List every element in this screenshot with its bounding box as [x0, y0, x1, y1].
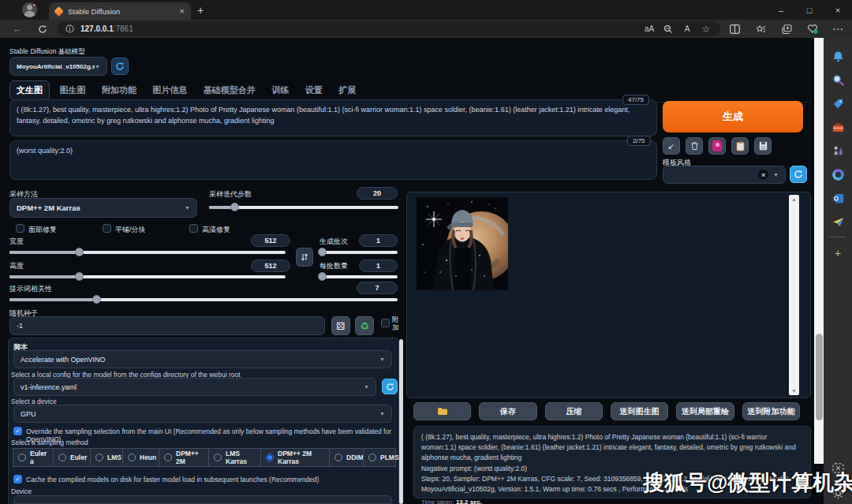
- save-style-button[interactable]: [754, 137, 772, 155]
- designer-icon[interactable]: [831, 215, 845, 229]
- height-value[interactable]: 512: [251, 259, 290, 272]
- config-refresh-button[interactable]: [382, 379, 398, 394]
- page-scrollbar-thumb[interactable]: [816, 334, 823, 420]
- send-to-inpaint-button[interactable]: 送到局部重绘: [676, 402, 734, 420]
- radio-lms[interactable]: LMS: [90, 448, 123, 467]
- device-select[interactable]: GPU ▼: [13, 405, 392, 423]
- microsoft-365-icon[interactable]: [831, 167, 845, 181]
- send-to-img2img-button[interactable]: 送到图生图: [611, 402, 668, 420]
- apply-style-button[interactable]: [731, 137, 749, 155]
- search-icon[interactable]: [831, 73, 845, 87]
- split-screen-icon[interactable]: [726, 22, 743, 35]
- batch-size-value[interactable]: 1: [359, 259, 398, 272]
- config-select[interactable]: v1-inference.yaml ▼: [13, 378, 376, 396]
- open-folder-button[interactable]: [413, 402, 471, 420]
- cache-models-checkbox[interactable]: ✓: [13, 475, 22, 483]
- clear-styles-icon[interactable]: ×: [758, 170, 768, 180]
- site-info-icon[interactable]: [65, 24, 74, 33]
- translate-icon[interactable]: aA: [643, 23, 656, 35]
- cfg-scale-value[interactable]: 7: [357, 282, 398, 294]
- tab-png-info[interactable]: 图片信息: [146, 81, 193, 99]
- left-panel-scrollbar[interactable]: [399, 339, 403, 504]
- sampler-select[interactable]: DPM++ 2M Karras ▼: [9, 198, 197, 218]
- collections-icon[interactable]: [778, 22, 795, 35]
- height-slider-thumb[interactable]: [75, 272, 84, 281]
- generate-button[interactable]: 生成: [663, 101, 803, 133]
- scroll-down-icon[interactable]: ▼: [789, 388, 799, 394]
- radio-euler[interactable]: Euler: [53, 448, 91, 467]
- width-slider-thumb[interactable]: [75, 248, 84, 256]
- tab-img2img[interactable]: 图生图: [53, 81, 92, 99]
- reuse-seed-button[interactable]: ♻: [355, 316, 374, 335]
- shopping-tag-icon[interactable]: [831, 96, 845, 110]
- profile-avatar[interactable]: [22, 2, 37, 17]
- radio-euler-a[interactable]: Euler a: [13, 448, 54, 467]
- window-minimize-button[interactable]: –: [767, 0, 795, 20]
- tab-train[interactable]: 训练: [265, 81, 295, 99]
- steps-value[interactable]: 20: [357, 187, 398, 200]
- batch-size-slider[interactable]: [320, 275, 398, 278]
- tab-settings[interactable]: 设置: [299, 81, 329, 99]
- tab-close-icon[interactable]: ×: [180, 6, 185, 16]
- batch-count-value[interactable]: 1: [359, 234, 398, 247]
- tab-txt2img[interactable]: 文生图: [9, 80, 50, 100]
- width-slider[interactable]: [9, 251, 286, 254]
- zip-button[interactable]: 压缩: [545, 402, 603, 420]
- radio-plms[interactable]: PLMS: [363, 448, 396, 467]
- bell-icon[interactable]: [831, 49, 845, 63]
- batch-count-slider[interactable]: [320, 251, 398, 254]
- refresh-button[interactable]: [35, 21, 50, 36]
- random-seed-button[interactable]: ⚄: [331, 316, 350, 335]
- seed-input[interactable]: -1: [9, 316, 325, 335]
- negative-prompt-textarea[interactable]: (worst quality:2.0): [9, 140, 657, 180]
- seed-extra-checkbox[interactable]: [381, 319, 390, 327]
- paste-params-button[interactable]: ↙: [663, 137, 680, 155]
- width-value[interactable]: 512: [251, 234, 290, 247]
- browser-tab[interactable]: Stable Diffusion ×: [49, 2, 191, 20]
- save-button[interactable]: 保存: [479, 402, 537, 420]
- tab-checkpoint-merger[interactable]: 基础模型合并: [197, 81, 262, 99]
- cfg-scale-slider-thumb[interactable]: [92, 295, 101, 304]
- clear-prompt-button[interactable]: [686, 137, 703, 155]
- radio-dpm-2m[interactable]: DPM++ 2M: [159, 448, 209, 467]
- back-button[interactable]: ←: [9, 21, 25, 36]
- new-tab-button[interactable]: +: [197, 4, 204, 17]
- favorite-star-icon[interactable]: ☆: [700, 23, 712, 35]
- script-select[interactable]: Accelerate with OpenVINO ▼: [13, 350, 392, 368]
- swap-dimensions-button[interactable]: [296, 248, 313, 267]
- checkpoint-select[interactable]: MoyouArtificial_v10502g.sa ▼: [9, 57, 107, 76]
- more-menu-icon[interactable]: ···: [830, 22, 847, 35]
- extra-networks-button[interactable]: [708, 137, 726, 155]
- zoom-out-icon[interactable]: [662, 23, 674, 35]
- radio-ddim[interactable]: DDIM: [329, 448, 364, 467]
- prompt-textarea[interactable]: ( (8k:1.27), best quality, masterpiece, …: [9, 99, 657, 136]
- window-maximize-button[interactable]: □: [795, 0, 824, 20]
- page-scrollbar[interactable]: [814, 38, 824, 464]
- gallery-scrollbar[interactable]: ▲ ▼: [789, 195, 799, 395]
- hires-fix-checkbox[interactable]: [189, 224, 198, 233]
- styles-refresh-button[interactable]: [790, 166, 807, 183]
- tab-extras[interactable]: 附加功能: [95, 81, 143, 99]
- radio-dpm-2m-karras[interactable]: DPM++ 2M Karras: [260, 448, 330, 467]
- height-slider[interactable]: [9, 275, 286, 278]
- toolbox-icon[interactable]: [831, 120, 845, 134]
- restore-faces-checkbox[interactable]: [16, 224, 24, 233]
- override-sampling-checkbox[interactable]: ✓: [13, 427, 22, 435]
- outlook-icon[interactable]: [831, 191, 845, 205]
- checkpoint-refresh-button[interactable]: [111, 58, 129, 75]
- batch-size-slider-thumb[interactable]: [318, 272, 327, 281]
- scroll-up-icon[interactable]: ▲: [789, 196, 799, 202]
- cfg-scale-slider[interactable]: [9, 298, 398, 301]
- radio-lms-karras[interactable]: LMS Karras: [208, 448, 261, 467]
- generated-image[interactable]: [417, 197, 508, 290]
- styles-select[interactable]: × ▼: [663, 166, 786, 184]
- tab-extensions[interactable]: 扩展: [332, 81, 362, 99]
- favorites-bar-icon[interactable]: [752, 22, 769, 35]
- steps-slider-thumb[interactable]: [230, 203, 239, 211]
- steps-slider[interactable]: [209, 206, 398, 209]
- browser-essentials-icon[interactable]: [804, 22, 821, 35]
- games-icon[interactable]: [831, 144, 845, 158]
- read-aloud-icon[interactable]: A: [681, 23, 693, 35]
- address-bar[interactable]: 127.0.0.1:7861 aA A ☆: [58, 21, 720, 36]
- window-close-button[interactable]: ×: [824, 0, 852, 20]
